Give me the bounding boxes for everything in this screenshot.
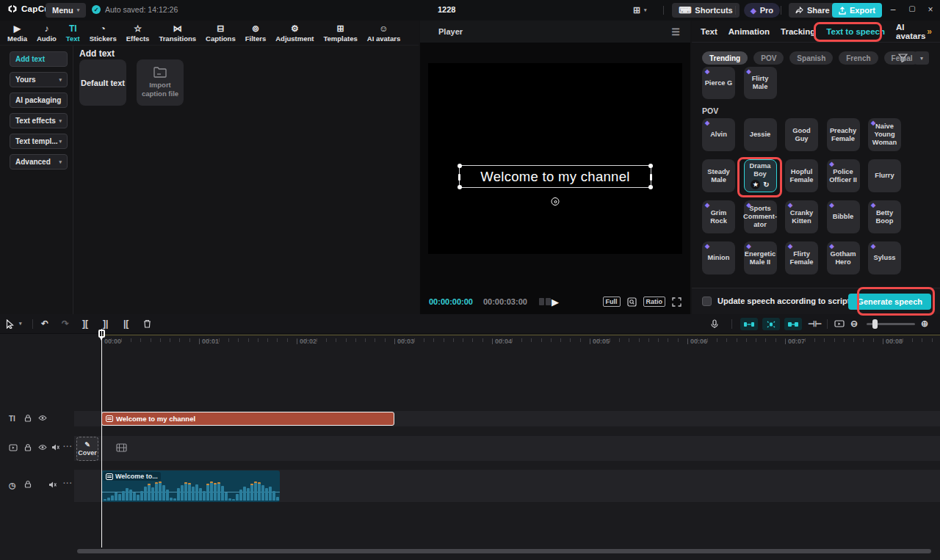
toolbar-tab[interactable]: TI Text	[66, 23, 80, 43]
player-menu-icon[interactable]: ☰	[671, 26, 680, 37]
toolbar-tab[interactable]: ⊟ Captions	[206, 23, 236, 43]
default-text-card[interactable]: Default text	[79, 59, 126, 106]
import-caption-card[interactable]: Import caption file	[137, 59, 184, 106]
full-button[interactable]: Full	[603, 297, 621, 307]
text-selection-box[interactable]: Welcome to my channel	[459, 165, 651, 188]
video-overlay-text[interactable]: Welcome to my channel	[460, 166, 651, 187]
tab-tracking[interactable]: Tracking	[781, 27, 815, 36]
audio-clip[interactable]: Welcome to...	[101, 470, 280, 502]
toolbar-tab[interactable]: ♪ Audio	[37, 23, 57, 43]
zoom-out-icon[interactable]: ⊖	[850, 318, 858, 330]
menu-button[interactable]: Menu▾	[46, 3, 86, 18]
voice-card[interactable]: ◆ Energetic Male II ★ ↻	[744, 241, 777, 274]
play-button[interactable]: ▶	[552, 297, 559, 308]
redo-icon[interactable]: ↷	[62, 318, 69, 330]
side-handle[interactable]	[650, 174, 652, 181]
chevron-down-icon[interactable]: ▾	[19, 318, 22, 330]
voice-card[interactable]: ◆ Police Officer II ★ ↻	[827, 159, 860, 192]
split-icon[interactable]: ][	[82, 318, 88, 330]
ratio-button[interactable]: Ratio	[643, 297, 666, 307]
resize-handle[interactable]	[648, 164, 653, 168]
minimize-button[interactable]: –	[886, 4, 900, 15]
voice-card[interactable]: ◆ Syluss ★ ↻	[868, 241, 901, 274]
resize-handle[interactable]	[648, 185, 653, 189]
split-left-icon[interactable]: ]|	[103, 318, 108, 330]
voice-card[interactable]: ◆ Minion ★ ↻	[702, 241, 735, 274]
resize-handle[interactable]	[458, 185, 462, 189]
pro-button[interactable]: ◆ Pro	[744, 3, 780, 18]
voice-card[interactable]: ◆ Drama Boy ★ ↻	[744, 159, 777, 192]
voice-card[interactable]: ◆ Gotham Hero ★ ↻	[827, 241, 860, 274]
voice-card[interactable]: ◆ Steady Male ★ ↻	[702, 159, 735, 192]
toolbar-tab[interactable]: ☺ AI avatars	[367, 23, 400, 43]
more-options-icon[interactable]: ···	[63, 443, 73, 451]
mute-icon[interactable]	[48, 481, 57, 489]
more-options-icon[interactable]: ···	[63, 479, 73, 487]
mute-icon[interactable]	[51, 443, 59, 451]
video-preview[interactable]: Welcome to my channel	[428, 63, 682, 254]
voice-card[interactable]: ◆ Flirty Male	[744, 67, 777, 99]
sidebar-item[interactable]: Text effects ▾	[10, 113, 68, 128]
voice-card[interactable]: ◆ Betty Boop ★ ↻	[868, 200, 901, 233]
auto-snap-icon[interactable]	[762, 318, 780, 330]
undo-icon[interactable]: ↶	[41, 318, 48, 330]
timeline-zoom-slider[interactable]	[867, 323, 915, 325]
generate-speech-button[interactable]: Generate speech	[848, 294, 931, 310]
sidebar-item[interactable]: Yours ▾	[10, 72, 68, 87]
playhead-handle[interactable]	[98, 330, 105, 338]
preview-axis-icon[interactable]	[834, 318, 845, 330]
toolbar-tab[interactable]: ⚙ Adjustment	[275, 23, 314, 43]
sidebar-item[interactable]: Add text ▾	[10, 51, 68, 67]
tab-animation[interactable]: Animation	[728, 27, 770, 36]
voice-card[interactable]: ◆ Cranky Kitten ★ ↻	[785, 200, 818, 233]
voice-card[interactable]: ◆ Flirty Female ★ ↻	[785, 241, 818, 274]
lock-icon[interactable]	[24, 480, 32, 488]
close-button[interactable]: ×	[924, 4, 937, 15]
main-track-magnet-icon[interactable]	[740, 318, 758, 330]
voice-filter-chip[interactable]: French	[839, 51, 878, 65]
voice-filter-chip[interactable]: Spanish	[789, 51, 833, 65]
chips-expand-button[interactable]: ▾	[914, 51, 929, 65]
eye-icon[interactable]	[38, 444, 47, 451]
focus-zoom-icon[interactable]	[627, 297, 637, 307]
resize-handle[interactable]	[458, 164, 462, 168]
zoom-slider-handle[interactable]	[872, 319, 878, 329]
toolbar-tab[interactable]: ⊞ Templates	[323, 23, 357, 43]
voice-card[interactable]: ◆ Grim Rock ★ ↻	[702, 200, 735, 233]
voice-filter-chip[interactable]: POV	[753, 51, 784, 65]
voice-card[interactable]: ◆ Preachy Female ★ ↻	[827, 118, 860, 151]
tab-ai-avatars[interactable]: AI avatars»	[896, 23, 932, 40]
restore-button[interactable]: ▢	[905, 4, 919, 12]
voice-card[interactable]: ◆ Bibble ★ ↻	[827, 200, 860, 233]
layout-switch-button[interactable]: ⊞ ▾	[629, 3, 651, 18]
voice-filter-icon[interactable]	[895, 51, 910, 65]
favorite-star-icon[interactable]: ★	[751, 180, 760, 189]
linked-track-icon[interactable]	[784, 318, 802, 330]
lock-icon[interactable]	[24, 443, 32, 451]
text-clip[interactable]: Welcome to my channel	[101, 412, 394, 426]
horizontal-scrollbar[interactable]	[77, 549, 931, 553]
tab-text-to-speech[interactable]: Text to speech	[826, 27, 885, 36]
voice-card[interactable]: ◆ Pierce G	[702, 67, 735, 99]
voice-card[interactable]: ◆ Flurry ★ ↻	[868, 159, 901, 192]
voice-card[interactable]: ◆ Alvin ★ ↻	[702, 118, 735, 151]
cover-button[interactable]: ✎ Cover	[76, 437, 98, 461]
shortcuts-button[interactable]: ⌨ Shortcuts	[672, 3, 740, 18]
toolbar-tab[interactable]: ▶ Media	[7, 23, 27, 43]
side-handle[interactable]	[458, 174, 460, 181]
eye-icon[interactable]	[38, 415, 47, 421]
toolbar-tab[interactable]: ⋈ Transitions	[159, 23, 196, 43]
lock-icon[interactable]	[24, 414, 32, 422]
frame-step-icon[interactable]	[539, 298, 551, 305]
split-right-icon[interactable]: |[	[123, 318, 129, 330]
playhead-line[interactable]	[101, 329, 102, 548]
microphone-icon[interactable]	[711, 318, 718, 330]
voice-card[interactable]: ◆ Good Guy ★ ↻	[785, 118, 818, 151]
toolbar-tab[interactable]: ☆ Effects	[126, 23, 150, 43]
sidebar-item[interactable]: AI packaging ▾	[10, 92, 68, 108]
rotate-handle[interactable]	[552, 197, 560, 206]
toolbar-tab[interactable]: ⊚ Filters	[245, 23, 267, 43]
sidebar-item[interactable]: Advanced ▾	[10, 154, 68, 170]
update-speech-checkbox[interactable]	[702, 297, 712, 306]
toolbar-tab[interactable]: ◔ Stickers	[90, 23, 117, 43]
